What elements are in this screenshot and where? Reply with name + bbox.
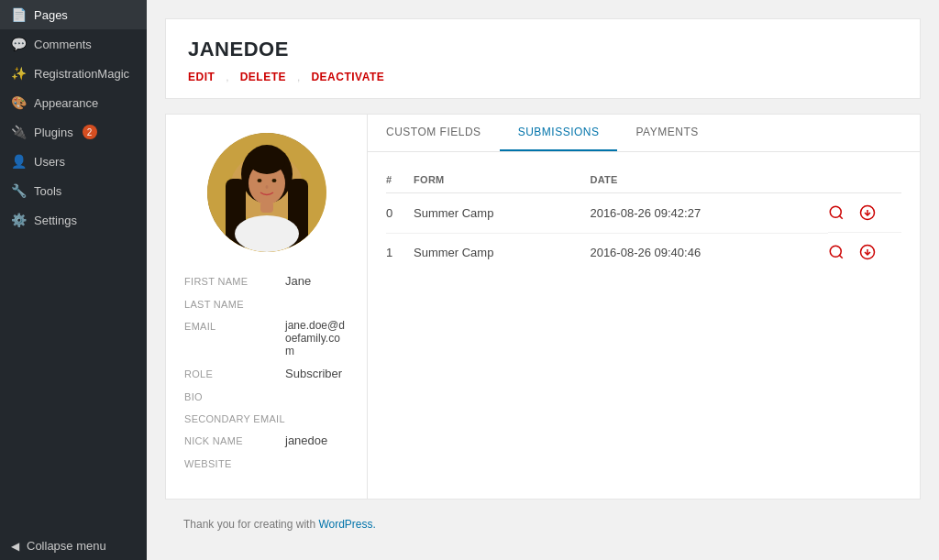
sidebar-item-label: Settings xyxy=(34,214,77,227)
svg-point-13 xyxy=(830,206,841,217)
avatar-container xyxy=(184,133,348,252)
sidebar-item-label: Tools xyxy=(34,184,61,198)
website-label: WEBSITE xyxy=(184,456,285,469)
table-row: 0 Summer Camp 2016-08-26 09:42:27 xyxy=(386,193,901,234)
profile-fields: FIRST NAME Jane LAST NAME EMAIL jane.doe… xyxy=(184,274,348,469)
user-title: JANEDOE xyxy=(188,38,898,61)
field-email: EMAIL jane.doe@doefamily.com xyxy=(184,319,348,357)
settings-icon: ⚙️ xyxy=(11,213,27,227)
pages-icon: 📄 xyxy=(11,7,27,22)
bio-label: BIO xyxy=(184,390,285,402)
submissions-table: # FORM DATE 0 Summer Camp 2016-08-26 09:… xyxy=(386,167,901,271)
cell-form: Summer Camp xyxy=(414,193,590,234)
sidebar-item-users[interactable]: 👤 Users xyxy=(0,147,147,176)
footer: Thank you for creating with WordPress. xyxy=(165,507,921,542)
tab-content-submissions: # FORM DATE 0 Summer Camp 2016-08-26 09:… xyxy=(368,152,920,499)
sidebar: 📄 Pages 💬 Comments ✨ RegistrationMagic 🎨… xyxy=(0,0,147,560)
users-icon: 👤 xyxy=(11,154,27,169)
sidebar-item-label: Users xyxy=(34,155,65,169)
field-nick-name: NICK NAME janedoe xyxy=(184,434,348,447)
sidebar-item-appearance[interactable]: 🎨 Appearance xyxy=(0,88,147,117)
cell-form: Summer Camp xyxy=(414,233,590,271)
field-bio: BIO xyxy=(184,390,348,402)
field-first-name: FIRST NAME Jane xyxy=(184,274,348,288)
avatar-image xyxy=(207,133,326,252)
svg-point-8 xyxy=(271,179,276,182)
deactivate-link[interactable]: DEACTIVATE xyxy=(311,71,384,83)
sidebar-item-plugins[interactable]: 🔌 Plugins 2 xyxy=(0,117,147,147)
footer-link[interactable]: WordPress. xyxy=(318,518,375,531)
svg-point-7 xyxy=(257,179,261,182)
first-name-value: Jane xyxy=(285,274,311,288)
plugins-badge: 2 xyxy=(83,125,97,139)
tab-custom-fields[interactable]: CUSTOM FIELDS xyxy=(368,115,500,151)
sidebar-item-pages[interactable]: 📄 Pages xyxy=(0,0,147,29)
svg-line-14 xyxy=(839,215,842,218)
cell-date: 2016-08-26 09:40:46 xyxy=(590,233,828,271)
role-label: ROLE xyxy=(184,367,285,379)
email-value: jane.doe@doefamily.com xyxy=(285,319,348,357)
download-icon[interactable] xyxy=(859,204,876,221)
sidebar-item-label: Pages xyxy=(34,8,68,22)
cell-date: 2016-08-26 09:42:27 xyxy=(590,193,828,234)
header-card: JANEDOE EDIT , DELETE , DEACTIVATE xyxy=(165,18,921,99)
table-row: 1 Summer Camp 2016-08-26 09:40:46 xyxy=(386,233,901,271)
col-form: FORM xyxy=(414,167,590,193)
field-last-name: LAST NAME xyxy=(184,297,348,310)
footer-text: Thank you for creating with xyxy=(183,518,318,531)
download-icon[interactable] xyxy=(859,244,876,260)
sidebar-item-comments[interactable]: 💬 Comments xyxy=(0,29,147,59)
collapse-menu[interactable]: ◀ Collapse menu xyxy=(0,532,147,560)
cell-num: 0 xyxy=(386,193,414,234)
cell-actions xyxy=(828,233,901,271)
cell-actions xyxy=(828,193,901,233)
sidebar-item-tools[interactable]: 🔧 Tools xyxy=(0,176,147,205)
collapse-icon: ◀ xyxy=(11,540,19,553)
svg-line-18 xyxy=(839,255,842,258)
avatar xyxy=(207,133,326,252)
view-icon[interactable] xyxy=(828,204,845,221)
content-card: FIRST NAME Jane LAST NAME EMAIL jane.doe… xyxy=(165,114,921,500)
collapse-label: Collapse menu xyxy=(27,539,106,553)
action-links: EDIT , DELETE , DEACTIVATE xyxy=(188,71,898,83)
sidebar-item-settings[interactable]: ⚙️ Settings xyxy=(0,205,147,235)
svg-point-9 xyxy=(265,185,268,189)
plugins-icon: 🔌 xyxy=(11,125,27,139)
secondary-email-label: SECONDARY EMAIL xyxy=(184,412,285,424)
delete-link[interactable]: DELETE xyxy=(240,71,286,83)
cell-num: 1 xyxy=(386,233,414,271)
col-actions xyxy=(828,167,901,193)
sidebar-item-label: Plugins xyxy=(34,126,73,139)
sidebar-item-label: RegistrationMagic xyxy=(34,67,129,81)
field-secondary-email: SECONDARY EMAIL xyxy=(184,412,348,424)
sidebar-item-label: Appearance xyxy=(34,96,98,110)
email-label: EMAIL xyxy=(184,319,285,332)
col-date: DATE xyxy=(590,167,828,193)
field-role: ROLE Subscriber xyxy=(184,367,348,380)
svg-rect-10 xyxy=(260,202,273,213)
col-num: # xyxy=(386,167,414,193)
tab-payments[interactable]: PAYMENTS xyxy=(617,115,716,151)
nick-name-label: NICK NAME xyxy=(184,434,285,446)
view-icon[interactable] xyxy=(828,244,845,260)
tools-icon: 🔧 xyxy=(11,183,27,198)
svg-point-11 xyxy=(235,215,299,252)
svg-point-17 xyxy=(830,246,841,257)
tabs-panel: CUSTOM FIELDS SUBMISSIONS PAYMENTS # FOR… xyxy=(368,115,920,499)
registrationmagic-icon: ✨ xyxy=(11,66,27,81)
role-value: Subscriber xyxy=(285,367,342,380)
last-name-label: LAST NAME xyxy=(184,297,285,310)
comments-icon: 💬 xyxy=(11,37,27,51)
main-content: JANEDOE EDIT , DELETE , DEACTIVATE xyxy=(147,0,939,560)
profile-panel: FIRST NAME Jane LAST NAME EMAIL jane.doe… xyxy=(166,115,368,499)
sidebar-item-label: Comments xyxy=(34,38,92,51)
field-website: WEBSITE xyxy=(184,456,348,469)
sidebar-item-registrationmagic[interactable]: ✨ RegistrationMagic xyxy=(0,59,147,88)
edit-link[interactable]: EDIT xyxy=(188,71,215,83)
appearance-icon: 🎨 xyxy=(11,95,27,110)
tab-submissions[interactable]: SUBMISSIONS xyxy=(500,115,618,151)
first-name-label: FIRST NAME xyxy=(184,274,285,287)
nick-name-value: janedoe xyxy=(285,434,327,447)
svg-point-12 xyxy=(249,147,285,174)
tabs-header: CUSTOM FIELDS SUBMISSIONS PAYMENTS xyxy=(368,115,920,152)
